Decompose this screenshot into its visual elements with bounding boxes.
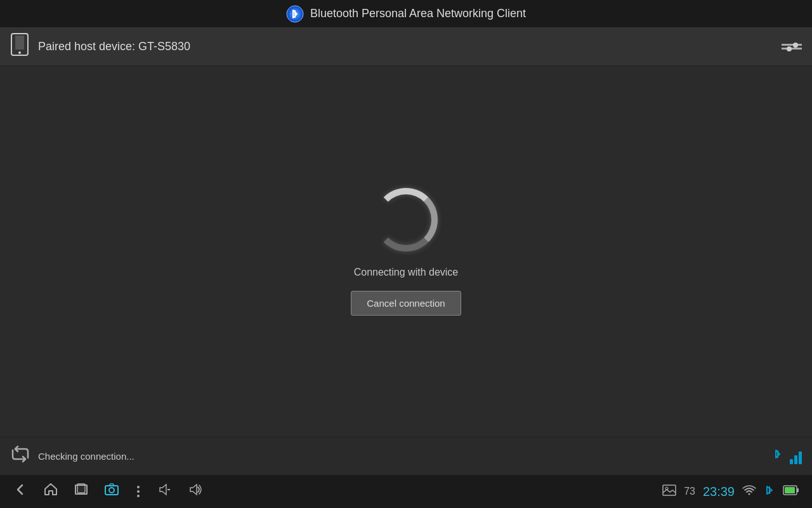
screenshot-button[interactable] bbox=[104, 482, 119, 501]
slider-knob-2 bbox=[787, 46, 792, 51]
wifi-icon bbox=[742, 483, 756, 500]
connecting-status-text: Connecting with device bbox=[354, 267, 459, 278]
recents-button[interactable] bbox=[74, 482, 89, 501]
header-bar: Paired host device: GT-S5830 bbox=[0, 28, 812, 66]
back-button[interactable] bbox=[13, 482, 28, 501]
dot-2 bbox=[137, 490, 140, 493]
bluetooth-audio-icon bbox=[769, 445, 787, 467]
bluetooth-icon bbox=[286, 5, 304, 23]
checking-connection-text: Checking connection... bbox=[38, 451, 134, 462]
home-button[interactable] bbox=[43, 482, 58, 501]
bluetooth-sys-icon bbox=[764, 483, 775, 500]
audio-bars bbox=[790, 449, 802, 464]
audio-bar-1 bbox=[790, 459, 793, 464]
slider-line-1 bbox=[782, 44, 802, 46]
system-time: 23:39 bbox=[703, 485, 735, 499]
svg-rect-3 bbox=[15, 36, 24, 50]
spinner-ring bbox=[374, 188, 438, 251]
gallery-icon bbox=[662, 483, 676, 500]
cancel-connection-button[interactable]: Cancel connection bbox=[351, 291, 461, 316]
phone-icon bbox=[10, 33, 29, 60]
slider-knob-1 bbox=[793, 43, 798, 48]
svg-rect-17 bbox=[797, 488, 799, 492]
overflow-menu-button[interactable] bbox=[134, 483, 142, 500]
app-title: Bluetooth Personal Area Networking Clien… bbox=[310, 7, 526, 20]
sys-nav-left bbox=[13, 482, 203, 501]
title-bar: Bluetooth Personal Area Networking Clien… bbox=[0, 0, 812, 28]
notification-bar: Checking connection... bbox=[0, 437, 812, 475]
sys-status-right: 73 23:39 bbox=[662, 483, 799, 500]
volume-up-button[interactable] bbox=[188, 482, 203, 501]
paired-device-label: Paired host device: GT-S5830 bbox=[38, 40, 190, 53]
dot-3 bbox=[137, 495, 140, 497]
slider-line-2 bbox=[782, 48, 802, 50]
svg-point-4 bbox=[18, 51, 21, 54]
notif-left: Checking connection... bbox=[10, 445, 134, 467]
repeat-icon bbox=[10, 445, 30, 467]
svg-point-10 bbox=[109, 488, 114, 493]
main-content: Connecting with device Cancel connection bbox=[0, 66, 812, 437]
svg-rect-16 bbox=[785, 487, 795, 493]
header-left: Paired host device: GT-S5830 bbox=[10, 33, 190, 60]
loading-spinner bbox=[374, 188, 438, 251]
system-bar: 73 23:39 bbox=[0, 475, 812, 508]
battery-percent: 73 bbox=[684, 486, 695, 497]
bluetooth-audio-indicator bbox=[769, 445, 802, 467]
battery-icon bbox=[783, 485, 799, 499]
audio-bar-3 bbox=[799, 451, 802, 464]
volume-down-button[interactable] bbox=[157, 482, 173, 501]
settings-icon[interactable] bbox=[782, 44, 802, 50]
svg-rect-12 bbox=[663, 485, 676, 495]
dot-1 bbox=[137, 486, 140, 488]
audio-bar-2 bbox=[794, 455, 797, 464]
